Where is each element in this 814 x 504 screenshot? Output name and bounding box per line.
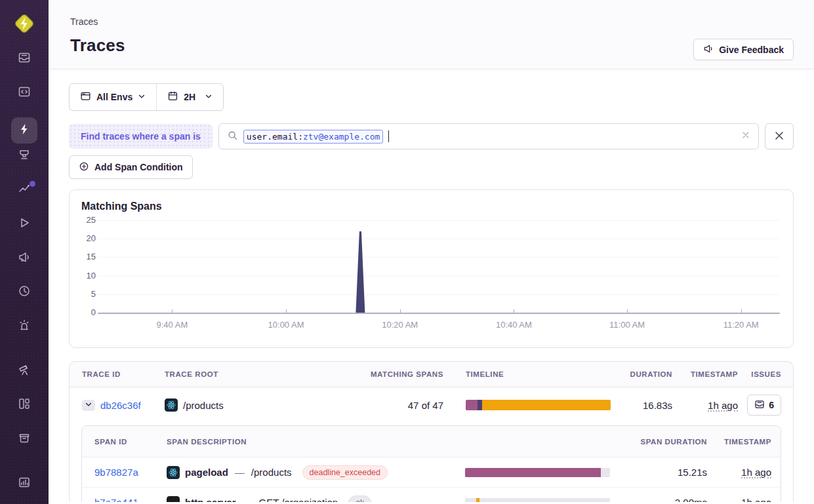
col-span-timestamp: TIMESTAMP bbox=[724, 438, 771, 446]
matching-spans-panel: Matching Spans 0510152025 9:40 AM10:00 A… bbox=[69, 189, 794, 348]
code-folder-icon bbox=[18, 85, 31, 101]
sidebar-item-traces[interactable] bbox=[11, 117, 37, 144]
trace-root-name: /products bbox=[183, 400, 224, 411]
span-status-badge: deadline_exceeded bbox=[302, 465, 388, 480]
sidebar-item-releases[interactable] bbox=[11, 428, 37, 450]
span-timestamp: 1h ago bbox=[741, 497, 771, 502]
col-duration: DURATION bbox=[630, 370, 672, 378]
remove-condition-button[interactable] bbox=[765, 123, 794, 149]
span-description: GET /organization bbox=[259, 497, 338, 502]
col-timeline: TIMELINE bbox=[466, 370, 611, 378]
span-op: pageload bbox=[185, 467, 228, 478]
bar-chart-icon bbox=[18, 476, 31, 492]
sidebar: ? bbox=[0, 0, 49, 504]
date-range-filter-label: 2H bbox=[184, 92, 195, 102]
span-id-link[interactable]: b7a7e441 bbox=[94, 497, 167, 502]
trace-id-cell: db26c36f bbox=[82, 400, 165, 411]
sidebar-item-insights[interactable] bbox=[11, 145, 37, 167]
matching-spans-chart: 0510152025 9:40 AM10:00 AM10:20 AM10:40 … bbox=[81, 215, 780, 337]
span-id-link[interactable]: 9b78827a bbox=[94, 467, 167, 478]
trace-row[interactable]: db26c36f /products 47 of 47 16.83s 1h ag… bbox=[70, 387, 793, 423]
trace-id-link[interactable]: db26c36f bbox=[100, 400, 141, 411]
projector-icon bbox=[18, 148, 31, 164]
chevron-down-icon bbox=[85, 400, 92, 410]
chevron-down-icon bbox=[138, 92, 146, 102]
text-caret bbox=[388, 130, 389, 142]
span-description: /products bbox=[251, 467, 292, 478]
svg-text:ex: ex bbox=[170, 499, 176, 502]
date-range-filter[interactable]: 2H bbox=[157, 84, 223, 110]
play-icon bbox=[18, 216, 31, 232]
col-span-description: SPAN DESCRIPTION bbox=[167, 438, 465, 446]
line-chart-icon bbox=[18, 182, 31, 198]
span-duration: 2.00ms bbox=[675, 497, 707, 502]
span-timestamp: 1h ago bbox=[741, 467, 771, 478]
matching-spans-cell: 47 of 47 bbox=[408, 400, 443, 411]
search-token[interactable]: user.email:ztv@example.com bbox=[243, 130, 384, 144]
clear-search-icon[interactable] bbox=[741, 130, 750, 142]
environment-filter[interactable]: All Envs bbox=[70, 84, 156, 110]
calendar-icon bbox=[167, 90, 178, 104]
span-op: http.server bbox=[185, 497, 236, 502]
col-matching-spans: MATCHING SPANS bbox=[371, 370, 443, 378]
sidebar-item-crons[interactable] bbox=[11, 281, 37, 303]
col-timestamp: TIMESTAMP bbox=[691, 370, 738, 378]
sidebar-item-explore[interactable] bbox=[11, 82, 37, 104]
primary-nav: ? bbox=[0, 48, 49, 504]
span-condition-row: Find traces where a span is user.email:z… bbox=[69, 123, 794, 149]
telescope-icon bbox=[18, 363, 31, 379]
trace-issues-button[interactable]: 6 bbox=[747, 395, 781, 416]
sidebar-item-alerts[interactable] bbox=[11, 315, 37, 338]
sidebar-item-issues[interactable] bbox=[11, 48, 37, 70]
col-span-id: SPAN ID bbox=[94, 438, 167, 446]
page-filter-bar: All Envs 2H bbox=[69, 83, 224, 111]
clock-icon bbox=[18, 284, 31, 300]
collapse-trace-button[interactable] bbox=[82, 400, 95, 411]
sentry-logo[interactable] bbox=[12, 11, 37, 39]
content: All Envs 2H Find traces where a span is … bbox=[49, 69, 814, 502]
sidebar-item-stats[interactable] bbox=[11, 473, 37, 495]
span-description-cell: pageload — /products deadline_exceeded bbox=[167, 465, 465, 480]
metrics-new-badge bbox=[30, 181, 35, 187]
traces-table-header: TRACE ID TRACE ROOT MATCHING SPANS TIMEL… bbox=[70, 362, 793, 387]
breadcrumb[interactable]: Traces bbox=[70, 16, 794, 27]
dash-separator: — bbox=[234, 467, 246, 478]
sidebar-item-feedback[interactable] bbox=[11, 247, 37, 269]
page-title: Traces bbox=[70, 35, 794, 56]
archive-icon bbox=[18, 431, 31, 447]
span-timeline-bar bbox=[465, 468, 610, 477]
span-status-badge: ok bbox=[348, 495, 371, 503]
give-feedback-button[interactable]: Give Feedback bbox=[693, 39, 794, 60]
chart-plot-area: 9:40 AM10:00 AM10:20 AM10:40 AM11:00 AM1… bbox=[98, 215, 780, 337]
span-duration: 15.21s bbox=[678, 467, 707, 478]
span-timeline-bar bbox=[465, 498, 610, 503]
col-issues: ISSUES bbox=[751, 370, 781, 378]
add-span-condition-button[interactable]: Add Span Condition bbox=[69, 155, 193, 179]
span-search-input[interactable]: user.email:ztv@example.com bbox=[218, 123, 759, 149]
window-icon bbox=[80, 90, 91, 104]
siren-icon bbox=[18, 319, 31, 334]
issues-icon bbox=[754, 399, 765, 412]
sidebar-item-replays[interactable] bbox=[11, 213, 37, 235]
col-span-duration: SPAN DURATION bbox=[640, 438, 707, 446]
trace-timeline-bar bbox=[466, 400, 611, 410]
sidebar-item-discover[interactable] bbox=[11, 360, 37, 382]
chevron-down-icon bbox=[205, 92, 213, 102]
col-trace-root: TRACE ROOT bbox=[165, 370, 368, 378]
col-trace-id: TRACE ID bbox=[82, 370, 165, 378]
span-row[interactable]: 9b78827a pageload — /products deadline_e… bbox=[82, 457, 781, 488]
trace-root-cell: /products bbox=[165, 398, 368, 412]
sidebar-item-dashboards[interactable] bbox=[11, 394, 37, 416]
environment-filter-label: All Envs bbox=[96, 92, 132, 102]
spans-table: SPAN ID SPAN DESCRIPTION SPAN DURATION T… bbox=[81, 425, 781, 502]
traces-table: TRACE ID TRACE ROOT MATCHING SPANS TIMEL… bbox=[69, 361, 794, 502]
react-icon bbox=[165, 398, 178, 412]
trace-duration: 16.83s bbox=[643, 400, 672, 411]
lightning-icon bbox=[18, 123, 31, 138]
megaphone-icon bbox=[18, 250, 31, 266]
main-content: Traces Traces Give Feedback All Envs 2H … bbox=[49, 0, 814, 504]
sidebar-item-metrics[interactable] bbox=[11, 179, 37, 201]
issues-icon bbox=[18, 51, 31, 67]
megaphone-icon bbox=[703, 43, 714, 56]
span-row[interactable]: b7a7e441 ex http.server — GET /organizat… bbox=[82, 488, 781, 502]
